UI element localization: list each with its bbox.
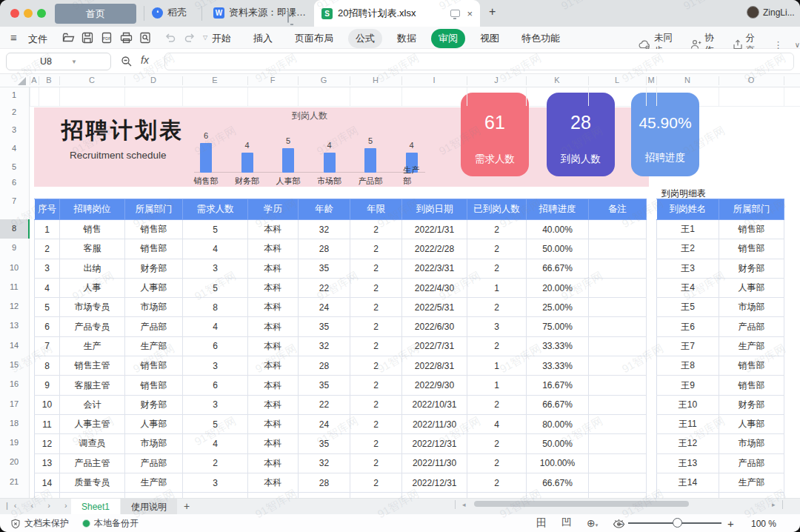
table-cell[interactable] [589,239,647,259]
table-cell[interactable]: 产品专员 [60,317,125,336]
table-cell[interactable]: 本科 [248,414,299,433]
table-cell[interactable]: 王11 [657,414,719,433]
table-cell[interactable]: 2 [350,298,402,317]
table-cell[interactable]: 人事主管 [60,414,125,433]
table-cell[interactable]: 8 [183,298,248,317]
table-cell[interactable]: 生产部 [719,336,784,356]
table-cell[interactable]: 本科 [248,317,299,336]
table-cell[interactable]: 王1 [657,220,719,239]
column-header[interactable]: L [615,76,619,84]
table-cell[interactable]: 销售部 [125,239,183,259]
table-cell[interactable]: 32 [299,453,350,473]
zoom-out-icon[interactable] [121,56,133,67]
ribbon-tab-special-features[interactable]: 特色功能 [514,29,567,48]
table-cell[interactable]: 财务部 [125,395,183,414]
table-cell[interactable]: 2022/11/30 [402,453,467,473]
chart-bar[interactable] [282,148,294,173]
column-header-cell[interactable]: 到岗日期 [402,199,467,220]
table-cell[interactable]: 2 [467,473,527,492]
table-cell[interactable]: 市场部 [125,298,183,317]
row-header[interactable]: 17 [0,399,28,408]
column-header[interactable]: J [494,76,499,84]
table-cell[interactable]: 2 [467,395,527,414]
table-cell[interactable]: 质量专员 [60,473,125,492]
table-cell[interactable]: 王9 [657,376,719,395]
print-preview-icon[interactable] [139,32,151,44]
table-cell[interactable]: 2 [350,453,402,473]
column-header[interactable]: M [647,76,654,84]
column-header-cell[interactable]: 所属部门 [125,199,183,220]
redo-icon[interactable] [184,32,196,44]
undo-icon[interactable] [164,32,176,44]
column-header[interactable]: D [150,76,156,84]
table-cell[interactable]: 6 [183,376,248,395]
table-cell[interactable] [589,434,647,453]
table-cell[interactable]: 本科 [248,298,299,317]
table-cell[interactable]: 王12 [657,434,719,453]
table-cell[interactable]: 客服主管 [60,376,125,395]
table-cell[interactable]: 16.67% [527,376,589,395]
column-header[interactable]: O [748,76,755,84]
table-cell[interactable]: 24 [299,298,350,317]
table-cell[interactable]: 35 [299,259,350,278]
table-cell[interactable]: 28 [299,473,350,492]
ribbon-tab-home[interactable]: 开始 [204,29,239,48]
window-close-button[interactable] [10,9,19,18]
fx-icon[interactable]: fx [141,54,149,66]
table-cell[interactable]: 50.00% [527,239,589,259]
table-cell[interactable]: 生产部 [719,473,784,492]
table-cell[interactable] [589,453,647,473]
kpi-card-demand[interactable]: 61 需求人数 [461,93,529,176]
column-header-cell[interactable]: 需求人数 [183,199,248,220]
table-cell[interactable]: 销售部 [719,220,784,239]
chart-bar[interactable] [324,153,336,173]
ribbon-tab-view[interactable]: 视图 [473,29,507,48]
column-header[interactable]: N [684,76,690,84]
row-header[interactable]: 14 [0,341,28,350]
table-cell[interactable]: 5 [35,298,60,317]
table-cell[interactable] [589,317,647,336]
table-cell[interactable]: 生产部 [125,336,183,356]
table-cell[interactable]: 33.33% [527,356,589,376]
arrivals-bar-chart[interactable]: 到岗人数 6销售部4财务部5人事部4市场部5产品部4生产部 [191,110,428,187]
table-cell[interactable]: 2022/4/30 [402,278,467,297]
zoom-out-button[interactable]: − [617,518,623,530]
column-header-cell[interactable]: 到岗姓名 [657,199,719,220]
row-header[interactable]: 9 [0,243,28,252]
column-header-cell[interactable]: 招聘进度 [527,199,589,220]
table-cell[interactable] [589,414,647,433]
row-header[interactable]: 19 [0,438,28,447]
table-cell[interactable]: 2 [350,356,402,376]
table-cell[interactable]: 2 [350,259,402,278]
table-cell[interactable]: 1 [35,220,60,239]
table-cell[interactable]: 11 [35,414,60,433]
table-cell[interactable]: 2 [350,473,402,492]
table-cell[interactable]: 王14 [657,473,719,492]
table-cell[interactable]: 2 [467,434,527,453]
table-cell[interactable]: 80.00% [527,414,589,433]
table-cell[interactable]: 3 [183,259,248,278]
table-cell[interactable]: 4 [35,278,60,297]
table-cell[interactable]: 本科 [248,356,299,376]
kpi-card-progress[interactable]: 45.90% 招聘进度 [631,93,699,176]
table-cell[interactable]: 2 [350,434,402,453]
table-cell[interactable]: 2 [467,453,527,473]
column-headers[interactable]: ABCDEFGHIJKLMNO [0,74,800,87]
chart-bar[interactable] [241,153,253,173]
table-cell[interactable]: 5 [183,414,248,433]
table-cell[interactable]: 本科 [248,434,299,453]
table-cell[interactable]: 2 [467,298,527,317]
table-cell[interactable]: 客服 [60,239,125,259]
table-cell[interactable]: 2022/3/31 [402,259,467,278]
column-header[interactable]: H [373,76,379,84]
table-cell[interactable]: 生产 [60,336,125,356]
table-cell[interactable]: 本科 [248,453,299,473]
table-cell[interactable] [589,278,647,297]
table-cell[interactable]: 2 [350,239,402,259]
table-cell[interactable]: 王8 [657,356,719,376]
table-cell[interactable]: 6 [35,317,60,336]
table-cell[interactable]: 销售部 [125,220,183,239]
table-cell[interactable]: 20.00% [527,278,589,297]
table-cell[interactable]: 10 [35,395,60,414]
table-cell[interactable]: 财务部 [719,395,784,414]
